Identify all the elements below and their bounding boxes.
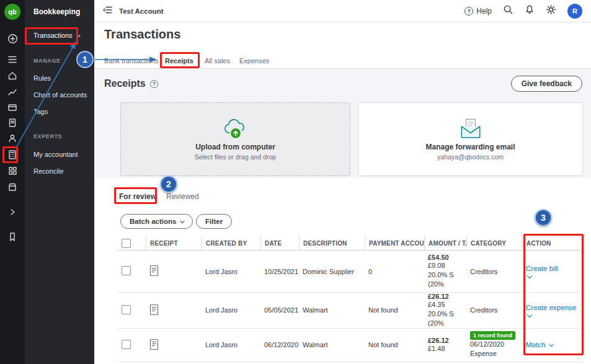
cell-date: 10/25/2021 (260, 268, 299, 275)
forwarding-email-address: yahaya@qbodocs.com (437, 153, 504, 161)
search-icon[interactable] (503, 4, 513, 17)
cell-amount-tax: £54.50 £9.08 20.0% S (20% (424, 254, 466, 289)
subtab-reviewed[interactable]: Reviewed (166, 192, 199, 201)
quickbooks-app: qb (0, 0, 591, 364)
match-date: 06/12/2020 (470, 340, 522, 349)
info-icon[interactable]: ? (150, 80, 158, 88)
table-row[interactable]: Lord Jasro 06/12/2020 Walmart Not found … (118, 329, 583, 362)
cell-description: Walmart (299, 341, 365, 348)
cell-description: Walmart (299, 306, 365, 314)
table-row[interactable]: Lord Jasro 10/25/2021 Dominic Supplier 0… (118, 251, 583, 293)
row-checkbox[interactable] (122, 340, 131, 349)
commerce-icon[interactable] (0, 179, 25, 194)
action-dropdown-chevron-icon[interactable] (527, 273, 532, 278)
cell-date: 05/05/2021 (260, 306, 299, 314)
chevron-down-icon (180, 219, 185, 223)
col-amount-tax[interactable]: AMOUNT / TAX (424, 236, 466, 250)
receipts-table: RECEIPT CREATED BY DATE DESCRIPTION PAYM… (118, 236, 583, 362)
action-dropdown-chevron-icon[interactable] (549, 342, 554, 347)
sidebar-heading-manage: MANAGE (33, 58, 61, 64)
cell-action: Create bill (522, 265, 583, 278)
receipt-document-icon[interactable] (146, 265, 202, 278)
upload-from-computer-card[interactable]: Upload from computer Select files or dra… (120, 102, 350, 176)
tab-expenses[interactable]: Expenses (239, 57, 269, 64)
cell-created-by: Lord Jasro (202, 306, 260, 314)
col-payment-account[interactable]: PAYMENT ACCOUNT (365, 236, 424, 250)
bookmark-icon[interactable] (0, 229, 25, 244)
subtab-for-review[interactable]: For review (119, 192, 156, 201)
help-icon: ? (464, 7, 473, 16)
settings-gear-icon[interactable] (546, 4, 556, 17)
sidebar-heading-experts: EXPERTS (33, 133, 62, 140)
action-dropdown-chevron-icon[interactable] (527, 313, 532, 317)
cell-description: Dominic Supplier (299, 268, 365, 275)
receipts-panel: Receipts ? Give feedback Upload from com… (94, 69, 591, 178)
customers-icon[interactable] (0, 131, 25, 146)
table-row[interactable]: Lord Jasro 05/05/2021 Walmart Not found … (118, 293, 583, 329)
sidebar-item-rules[interactable]: Rules (33, 74, 51, 82)
sidebar-item-chart-of-accounts[interactable]: Chart of accounts (33, 91, 87, 99)
select-all-checkbox[interactable] (122, 239, 131, 248)
topbar: Test Account ? Help R (94, 0, 591, 22)
cell-category: Creditors (466, 306, 522, 314)
help-button[interactable]: ? Help (464, 7, 492, 16)
menu-icon[interactable] (0, 52, 25, 67)
col-description[interactable]: DESCRIPTION (299, 236, 365, 250)
row-checkbox[interactable] (122, 266, 131, 275)
upload-card-subtitle: Select files or drag and drop (195, 153, 276, 161)
match-type: Expense (470, 349, 522, 358)
col-action[interactable]: ACTION (522, 236, 583, 250)
receipt-document-icon[interactable] (146, 339, 202, 352)
bookkeeping-sidebar: Bookkeeping Transactions MANAGE Rules Ch… (25, 0, 94, 364)
receipt-document-icon[interactable] (146, 304, 202, 317)
chevron-down-icon (76, 33, 80, 37)
collapse-nav-icon[interactable] (103, 6, 113, 17)
apps-icon[interactable] (0, 163, 25, 178)
expand-chevron-icon[interactable] (0, 205, 25, 220)
main-content: Test Account ? Help R Transactions Ban (94, 0, 591, 364)
sidebar-item-reconcile[interactable]: Reconcile (33, 167, 63, 175)
cell-category: Creditors (466, 268, 522, 275)
sidebar-item-tags[interactable]: Tags (33, 108, 48, 115)
create-expense-link[interactable]: Create expense (526, 304, 576, 311)
create-bill-link[interactable]: Create bill (526, 265, 558, 272)
payments-icon[interactable] (0, 100, 25, 115)
home-icon[interactable] (0, 68, 25, 83)
cell-payment-account: Not found (365, 306, 424, 314)
cell-amount-tax: £26.12 £1.48 (424, 337, 466, 353)
sidebar-item-transactions[interactable]: Transactions (33, 32, 79, 39)
match-link[interactable]: Match (526, 341, 545, 348)
invoices-icon[interactable] (0, 115, 25, 130)
col-date[interactable]: DATE (260, 236, 299, 250)
tab-receipts[interactable]: Receipts (165, 57, 193, 64)
record-found-badge: 1 record found (470, 331, 515, 340)
give-feedback-button[interactable]: Give feedback (511, 76, 582, 92)
forwarding-email-icon (458, 118, 484, 139)
accounting-icon[interactable] (0, 147, 25, 162)
cell-payment-account: 0 (365, 268, 424, 275)
user-avatar[interactable]: R (567, 4, 582, 19)
filter-button[interactable]: Filter (196, 214, 232, 229)
cell-created-by: Lord Jasro (202, 341, 260, 348)
notifications-bell-icon[interactable] (525, 4, 535, 17)
tab-bank-transactions[interactable]: Bank transactions (104, 57, 158, 64)
plus-icon[interactable] (0, 31, 25, 46)
col-receipt[interactable]: RECEIPT (146, 236, 202, 250)
cell-created-by: Lord Jasro (202, 268, 260, 275)
trends-icon[interactable] (0, 84, 25, 99)
qb-logo[interactable]: qb (4, 4, 20, 20)
account-name[interactable]: Test Account (119, 7, 164, 15)
sidebar-item-my-accountant[interactable]: My accountant (33, 151, 78, 158)
row-checkbox[interactable] (122, 305, 131, 314)
batch-actions-button[interactable]: Batch actions (120, 214, 193, 229)
cell-category: 1 record found 06/12/2020 Expense (466, 331, 522, 359)
col-created-by[interactable]: CREATED BY (202, 236, 260, 250)
tab-all-sales[interactable]: All sales (205, 57, 230, 64)
manage-forwarding-email-card[interactable]: Manage forwarding email yahaya@qbodocs.c… (358, 102, 583, 176)
cell-action: Match (522, 341, 583, 348)
table-header-row: RECEIPT CREATED BY DATE DESCRIPTION PAYM… (118, 236, 583, 251)
email-card-title: Manage forwarding email (425, 143, 515, 151)
col-category[interactable]: CATEGORY (466, 236, 522, 250)
cell-payment-account: Not found (365, 341, 424, 348)
cell-date: 06/12/2020 (260, 341, 299, 348)
